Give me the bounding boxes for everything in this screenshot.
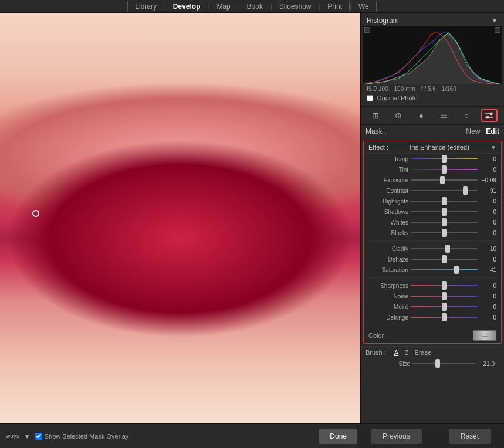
slider-dehaze: Dehaze 0 [364, 254, 501, 264]
brush-header: Brush : A B Erase [366, 349, 499, 356]
slider-contrast-thumb[interactable] [463, 186, 468, 195]
slider-exposure-thumb[interactable] [440, 176, 445, 184]
adjust-icon [484, 111, 495, 120]
slider-moire-thumb[interactable] [442, 303, 447, 311]
iso-value: ISO 100 [367, 86, 388, 92]
nav-web[interactable]: We [351, 1, 377, 12]
crop-tool[interactable]: ⊕ [390, 109, 407, 122]
svg-point-4 [486, 116, 489, 119]
nav-slideshow[interactable]: Slideshow [272, 1, 319, 12]
done-button[interactable]: Done [319, 429, 357, 444]
slider-whites-thumb[interactable] [442, 218, 447, 226]
slider-defringe-thumb[interactable] [442, 313, 447, 321]
slider-temp-thumb[interactable] [442, 155, 447, 163]
slider-sharpness-thumb[interactable] [442, 281, 447, 290]
slider-sharpness-track[interactable] [411, 281, 478, 290]
slider-saturation-thumb[interactable] [454, 266, 459, 274]
previous-button[interactable]: Previous [371, 429, 422, 444]
histogram-title: Histogram [367, 16, 399, 25]
slider-moire-value: 0 [480, 304, 496, 310]
slider-noise-value: 0 [480, 293, 496, 300]
slider-blacks-thumb[interactable] [442, 229, 447, 237]
nav-develop[interactable]: Develop [166, 1, 208, 12]
slider-size-thumb[interactable] [435, 359, 440, 368]
down-arrow-icon[interactable]: ▼ [24, 433, 31, 440]
nav-map[interactable]: Map [209, 1, 238, 12]
circle-tool[interactable]: ○ [458, 109, 475, 122]
histogram-section: Histogram ▼ [361, 13, 504, 106]
brush-erase-button[interactable]: Erase [415, 349, 432, 356]
slider-noise-track[interactable] [411, 292, 478, 300]
slider-defringe-value: 0 [480, 314, 496, 321]
slider-moire-track[interactable] [411, 303, 478, 311]
slider-contrast-value: 91 [480, 188, 496, 194]
slider-shadows-label: Shadows [368, 209, 408, 215]
rect-tool[interactable]: ▭ [435, 109, 452, 122]
slider-saturation-track[interactable] [411, 266, 478, 274]
reset-button[interactable]: Reset [449, 429, 491, 444]
slider-tint: Tint 0 [364, 164, 501, 175]
slider-highlights-track[interactable] [411, 197, 478, 205]
focal-length: 100 mm [394, 86, 415, 92]
slider-clarity-thumb[interactable] [445, 245, 450, 253]
slider-highlights-label: Highlights [368, 198, 408, 205]
slider-noise-label: Noise [368, 293, 408, 300]
svg-point-2 [489, 113, 492, 116]
bottom-right: Previous Reset [357, 424, 504, 448]
brush-a-button[interactable]: A [394, 349, 398, 356]
nav-print[interactable]: Print [320, 1, 350, 12]
slider-temp-track[interactable] [411, 155, 478, 163]
slider-moire-label: Moiré [368, 304, 408, 310]
slider-tint-thumb[interactable] [442, 165, 447, 174]
slider-blacks-track[interactable] [411, 229, 478, 237]
color-swatch[interactable]: ⇌ [473, 330, 496, 341]
grid-tool[interactable]: ⊞ [367, 109, 384, 122]
slider-highlights-value: 0 [480, 198, 496, 205]
tools-row: ⊞ ⊕ ● ▭ ○ [361, 106, 504, 125]
divider-3 [368, 325, 496, 325]
effect-name[interactable]: Iris Enhance (edited) [410, 144, 469, 151]
histogram-header: Histogram ▼ [363, 15, 502, 26]
slider-exposure-value: −0.09 [480, 177, 496, 184]
slider-blacks: Blacks 0 [364, 228, 501, 238]
slider-saturation-bg [411, 269, 478, 270]
slider-exposure-label: Exposure [368, 177, 408, 184]
slider-dehaze-track[interactable] [411, 255, 478, 263]
mask-new-button[interactable]: New [466, 127, 480, 135]
histogram-graph [363, 26, 502, 84]
histogram-menu-icon[interactable]: ▼ [491, 16, 498, 25]
slider-whites-track[interactable] [411, 218, 478, 226]
slider-exposure-track[interactable] [411, 176, 478, 184]
slider-saturation-label: Saturation [368, 267, 408, 273]
slider-defringe-label: Defringe [368, 314, 408, 321]
mask-edit-button[interactable]: Edit [486, 127, 499, 135]
slider-whites-value: 0 [480, 219, 496, 226]
brush-b-button[interactable]: B [404, 349, 408, 356]
slider-blacks-value: 0 [480, 230, 496, 236]
slider-defringe-track[interactable] [411, 313, 478, 321]
slider-contrast-track[interactable] [411, 186, 478, 195]
spot-tool[interactable]: ● [413, 109, 429, 122]
effect-dropdown-icon[interactable]: ▼ [491, 144, 496, 151]
slider-shadows-thumb[interactable] [442, 208, 447, 216]
slider-size-track[interactable] [412, 359, 476, 368]
slider-shadows-track[interactable] [411, 208, 478, 216]
slider-tint-track[interactable] [411, 165, 478, 174]
slider-clarity-track[interactable] [411, 245, 478, 253]
effect-header: Effect : Iris Enhance (edited) ▼ [364, 141, 501, 154]
nav-book[interactable]: Book [240, 1, 270, 12]
bottom-left: ways ▼ Show Selected Mask Overlay [0, 433, 319, 440]
slider-noise-thumb[interactable] [442, 292, 447, 300]
top-navigation: Library | Develop | Map | Book | Slidesh… [0, 0, 504, 13]
slider-tint-value: 0 [480, 167, 496, 173]
nav-library[interactable]: Library [127, 1, 164, 12]
photo-viewer [0, 13, 360, 423]
show-mask-checkbox[interactable] [35, 433, 42, 440]
brush-label: Brush : [366, 349, 386, 356]
adjust-tool[interactable] [481, 109, 498, 122]
slider-exposure: Exposure −0.09 [364, 175, 501, 185]
slider-highlights-thumb[interactable] [442, 197, 447, 205]
bottom-bar: ways ▼ Show Selected Mask Overlay Done P… [0, 423, 504, 448]
slider-dehaze-thumb[interactable] [442, 255, 447, 263]
original-photo-checkbox[interactable] [367, 95, 373, 101]
